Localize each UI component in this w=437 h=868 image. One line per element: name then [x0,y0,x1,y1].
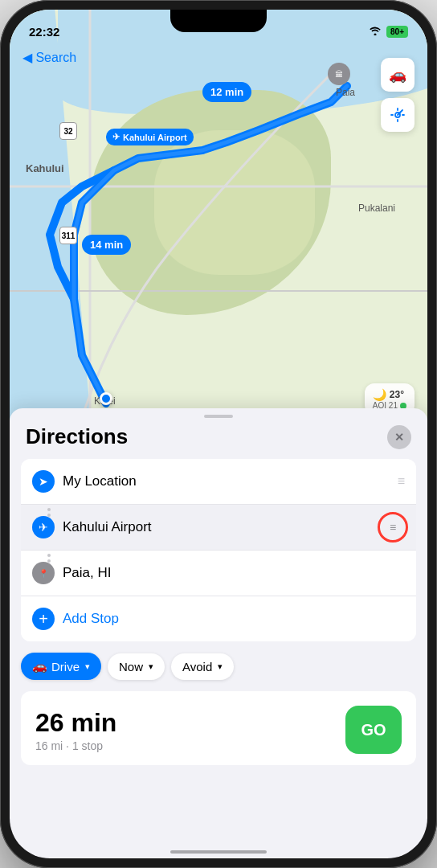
my-location-name: My Location [63,473,398,489]
map-canvas: 12 min 14 min ✈ Kahului Airport 🏛 Paia P… [10,10,427,444]
avoid-label: Avoid [182,660,212,674]
map-controls: 🚗 [381,58,415,132]
phone-screen: 12 min 14 min ✈ Kahului Airport 🏛 Paia P… [10,10,427,858]
travel-time: 26 min [35,708,116,738]
notch [170,10,267,32]
time-badge-14min: 14 min [82,235,131,255]
now-label: Now [119,660,143,674]
directions-title: Directions [26,424,128,449]
pull-handle[interactable] [204,415,233,418]
waypoint-my-location[interactable]: ➤ My Location ≡ [21,459,416,504]
reorder-icon-1[interactable]: ≡ [398,474,405,489]
drive-label: Drive [51,660,80,674]
waypoint-paia[interactable]: 📍 Paia, HI [21,550,416,596]
current-location-dot [100,392,112,405]
airport-icon: ✈ [32,516,55,538]
reorder-red-circle[interactable]: ≡ [378,512,408,542]
drive-icon: 🚗 [32,659,47,674]
bottom-sheet: Directions ✕ ➤ My Location ≡ [10,408,427,858]
status-bar: 22:32 80+ [10,10,427,45]
kahului-label: Kahului [26,162,64,174]
avoid-chevron: ▾ [218,661,223,672]
pukalani-label: Pukalani [358,203,395,214]
drive-button[interactable]: 🚗 Drive ▾ [21,653,101,680]
phone-frame: 12 min 14 min ✈ Kahului Airport 🏛 Paia P… [0,0,437,868]
my-location-icon: ➤ [32,470,55,493]
paia-icon: 📍 [32,562,55,584]
wifi-icon [369,24,382,39]
location-button[interactable] [381,98,415,132]
airport-pin: ✈ Kahului Airport [106,129,194,145]
car-mode-button[interactable]: 🚗 [381,58,415,92]
map-area[interactable]: 12 min 14 min ✈ Kahului Airport 🏛 Paia P… [10,10,427,444]
status-icons: 80+ [369,24,408,39]
destination-pin: 🏛 [328,63,350,85]
waypoint-kahului-airport[interactable]: ✈ Kahului Airport ≡ [21,504,416,550]
status-time: 22:32 [29,25,59,39]
back-nav[interactable]: ◀ Search [22,50,76,65]
waypoint-add-stop[interactable]: + Add Stop [21,596,416,641]
options-row: 🚗 Drive ▾ Now ▾ Avoid ▾ [10,641,427,691]
go-button[interactable]: GO [345,706,402,754]
paia-label: Paia [336,87,355,98]
results-section: 26 min 16 mi · 1 stop GO [21,691,416,765]
airport-name: Kahului Airport [63,519,405,535]
now-chevron: ▾ [149,661,153,672]
now-button[interactable]: Now ▾ [108,653,165,680]
paia-name: Paia, HI [63,565,405,581]
home-indicator [170,850,267,854]
route-detail: 16 mi · 1 stop [35,739,116,752]
add-stop-icon: + [32,608,55,630]
close-button[interactable]: ✕ [387,425,411,449]
waypoints-section: ➤ My Location ≡ ✈ Kahului Airport ≡ [21,459,416,641]
add-stop-label: Add Stop [63,611,405,627]
battery-icon: 80+ [386,26,408,38]
time-badge-12min: 12 min [202,82,251,102]
avoid-button[interactable]: Avoid ▾ [171,653,234,680]
drive-chevron: ▾ [85,661,90,672]
route-info: 26 min 16 mi · 1 stop [35,708,116,752]
